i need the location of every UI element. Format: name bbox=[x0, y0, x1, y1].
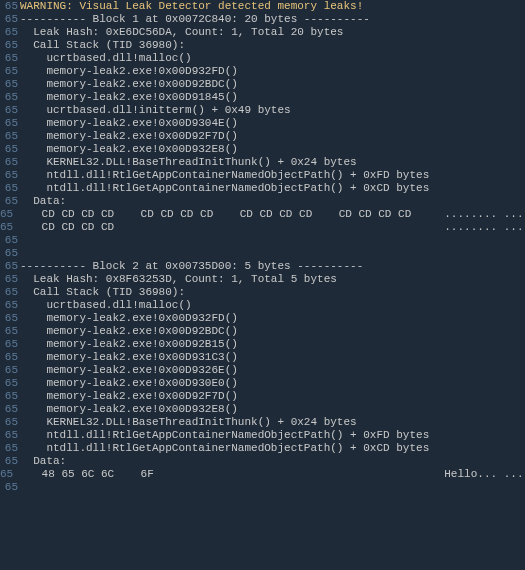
gutter-line-number: 65 bbox=[0, 234, 20, 247]
console-line: 65 Leak Hash: 0xE6DC56DA, Count: 1, Tota… bbox=[0, 26, 525, 39]
gutter-line-number: 65 bbox=[0, 117, 20, 130]
console-line: 65---------- Block 2 at 0x00735D00: 5 by… bbox=[0, 260, 525, 273]
console-line: 65 memory-leak2.exe!0x00D932E8() bbox=[0, 143, 525, 156]
gutter-line-number: 65 bbox=[0, 104, 20, 117]
console-line: 65 memory-leak2.exe!0x00D932FD() bbox=[0, 65, 525, 78]
console-line: 65 memory-leak2.exe!0x00D92BDC() bbox=[0, 325, 525, 338]
console-line: 65 CD CD CD CD ........ ........ bbox=[0, 221, 525, 234]
gutter-line-number: 65 bbox=[0, 143, 20, 156]
console-line: 65 memory-leak2.exe!0x00D932E8() bbox=[0, 403, 525, 416]
output-text: memory-leak2.exe!0x00D932E8() bbox=[20, 403, 525, 416]
gutter-line-number: 65 bbox=[0, 247, 20, 260]
console-line: 65 CD CD CD CD CD CD CD CD CD CD CD CD C… bbox=[0, 208, 525, 221]
console-line: 65 ntdll.dll!RtlGetAppContainerNamedObje… bbox=[0, 442, 525, 455]
output-text: memory-leak2.exe!0x00D931C3() bbox=[20, 351, 525, 364]
output-text: Leak Hash: 0xE6DC56DA, Count: 1, Total 2… bbox=[20, 26, 525, 39]
gutter-line-number: 65 bbox=[0, 195, 20, 208]
gutter-line-number: 65 bbox=[0, 403, 20, 416]
output-text: 48 65 6C 6C 6F Hello... ........ bbox=[15, 468, 525, 481]
output-text: memory-leak2.exe!0x00D92B15() bbox=[20, 338, 525, 351]
console-line: 65 memory-leak2.exe!0x00D930E0() bbox=[0, 377, 525, 390]
output-text: Call Stack (TID 36980): bbox=[20, 286, 525, 299]
gutter-line-number: 65 bbox=[0, 52, 20, 65]
output-text: CD CD CD CD ........ ........ bbox=[15, 221, 525, 234]
gutter-line-number: 65 bbox=[0, 468, 15, 481]
console-line: 65 bbox=[0, 481, 525, 494]
gutter-line-number: 65 bbox=[0, 299, 20, 312]
console-line: 65 memory-leak2.exe!0x00D91845() bbox=[0, 91, 525, 104]
output-text: ntdll.dll!RtlGetAppContainerNamedObjectP… bbox=[20, 429, 525, 442]
gutter-line-number: 65 bbox=[0, 429, 20, 442]
console-line: 65 ntdll.dll!RtlGetAppContainerNamedObje… bbox=[0, 182, 525, 195]
output-text: memory-leak2.exe!0x00D932FD() bbox=[20, 65, 525, 78]
console-line: 65 Leak Hash: 0x8F63253D, Count: 1, Tota… bbox=[0, 273, 525, 286]
console-line: 65 bbox=[0, 247, 525, 260]
gutter-line-number: 65 bbox=[0, 0, 20, 13]
console-output: 65WARNING: Visual Leak Detector detected… bbox=[0, 0, 525, 570]
gutter-line-number: 65 bbox=[0, 91, 20, 104]
gutter-line-number: 65 bbox=[0, 390, 20, 403]
console-line: 65 ucrtbased.dll!malloc() bbox=[0, 52, 525, 65]
console-line: 65 Call Stack (TID 36980): bbox=[0, 39, 525, 52]
output-text: Call Stack (TID 36980): bbox=[20, 39, 525, 52]
gutter-line-number: 65 bbox=[0, 442, 20, 455]
gutter-line-number: 65 bbox=[0, 455, 20, 468]
console-line: 65 ucrtbased.dll!initterm() + 0x49 bytes bbox=[0, 104, 525, 117]
gutter-line-number: 65 bbox=[0, 364, 20, 377]
gutter-line-number: 65 bbox=[0, 312, 20, 325]
gutter-line-number: 65 bbox=[0, 13, 20, 26]
console-line: 65 memory-leak2.exe!0x00D931C3() bbox=[0, 351, 525, 364]
output-text: memory-leak2.exe!0x00D930E0() bbox=[20, 377, 525, 390]
output-text bbox=[20, 481, 525, 494]
console-line: 65 memory-leak2.exe!0x00D9304E() bbox=[0, 117, 525, 130]
output-text: memory-leak2.exe!0x00D92F7D() bbox=[20, 130, 525, 143]
gutter-line-number: 65 bbox=[0, 260, 20, 273]
output-text: Data: bbox=[20, 455, 525, 468]
gutter-line-number: 65 bbox=[0, 286, 20, 299]
gutter-line-number: 65 bbox=[0, 182, 20, 195]
console-line: 65 memory-leak2.exe!0x00D92BDC() bbox=[0, 78, 525, 91]
output-text: memory-leak2.exe!0x00D932E8() bbox=[20, 143, 525, 156]
console-line: 65 ntdll.dll!RtlGetAppContainerNamedObje… bbox=[0, 169, 525, 182]
gutter-line-number: 65 bbox=[0, 169, 20, 182]
output-text: Leak Hash: 0x8F63253D, Count: 1, Total 5… bbox=[20, 273, 525, 286]
console-line: 65 ucrtbased.dll!malloc() bbox=[0, 299, 525, 312]
output-text: ucrtbased.dll!initterm() + 0x49 bytes bbox=[20, 104, 525, 117]
gutter-line-number: 65 bbox=[0, 39, 20, 52]
gutter-line-number: 65 bbox=[0, 26, 20, 39]
output-text: ntdll.dll!RtlGetAppContainerNamedObjectP… bbox=[20, 182, 525, 195]
console-line: 65 KERNEL32.DLL!BaseThreadInitThunk() + … bbox=[0, 416, 525, 429]
console-line: 65 Data: bbox=[0, 195, 525, 208]
console-line: 65 ntdll.dll!RtlGetAppContainerNamedObje… bbox=[0, 429, 525, 442]
output-text: KERNEL32.DLL!BaseThreadInitThunk() + 0x2… bbox=[20, 156, 525, 169]
output-text: memory-leak2.exe!0x00D91845() bbox=[20, 91, 525, 104]
gutter-line-number: 65 bbox=[0, 338, 20, 351]
console-line: 65 memory-leak2.exe!0x00D932FD() bbox=[0, 312, 525, 325]
output-text: ---------- Block 2 at 0x00735D00: 5 byte… bbox=[20, 260, 525, 273]
gutter-line-number: 65 bbox=[0, 481, 20, 494]
output-text bbox=[20, 247, 525, 260]
output-text: memory-leak2.exe!0x00D9304E() bbox=[20, 117, 525, 130]
gutter-line-number: 65 bbox=[0, 65, 20, 78]
output-text bbox=[20, 234, 525, 247]
output-text: ucrtbased.dll!malloc() bbox=[20, 299, 525, 312]
gutter-line-number: 65 bbox=[0, 416, 20, 429]
output-text: ntdll.dll!RtlGetAppContainerNamedObjectP… bbox=[20, 169, 525, 182]
gutter-line-number: 65 bbox=[0, 273, 20, 286]
output-text: CD CD CD CD CD CD CD CD CD CD CD CD CD C… bbox=[15, 208, 525, 221]
console-line: 65 Call Stack (TID 36980): bbox=[0, 286, 525, 299]
console-line: 65 KERNEL32.DLL!BaseThreadInitThunk() + … bbox=[0, 156, 525, 169]
gutter-line-number: 65 bbox=[0, 130, 20, 143]
output-text: ---------- Block 1 at 0x0072C840: 20 byt… bbox=[20, 13, 525, 26]
gutter-line-number: 65 bbox=[0, 208, 15, 221]
gutter-line-number: 65 bbox=[0, 377, 20, 390]
gutter-line-number: 65 bbox=[0, 351, 20, 364]
output-text: KERNEL32.DLL!BaseThreadInitThunk() + 0x2… bbox=[20, 416, 525, 429]
console-line: 65 memory-leak2.exe!0x00D9326E() bbox=[0, 364, 525, 377]
output-text: ntdll.dll!RtlGetAppContainerNamedObjectP… bbox=[20, 442, 525, 455]
output-text: ucrtbased.dll!malloc() bbox=[20, 52, 525, 65]
gutter-line-number: 65 bbox=[0, 78, 20, 91]
output-text: Data: bbox=[20, 195, 525, 208]
warning-text: WARNING: Visual Leak Detector detected m… bbox=[20, 0, 525, 13]
console-line: 65WARNING: Visual Leak Detector detected… bbox=[0, 0, 525, 13]
